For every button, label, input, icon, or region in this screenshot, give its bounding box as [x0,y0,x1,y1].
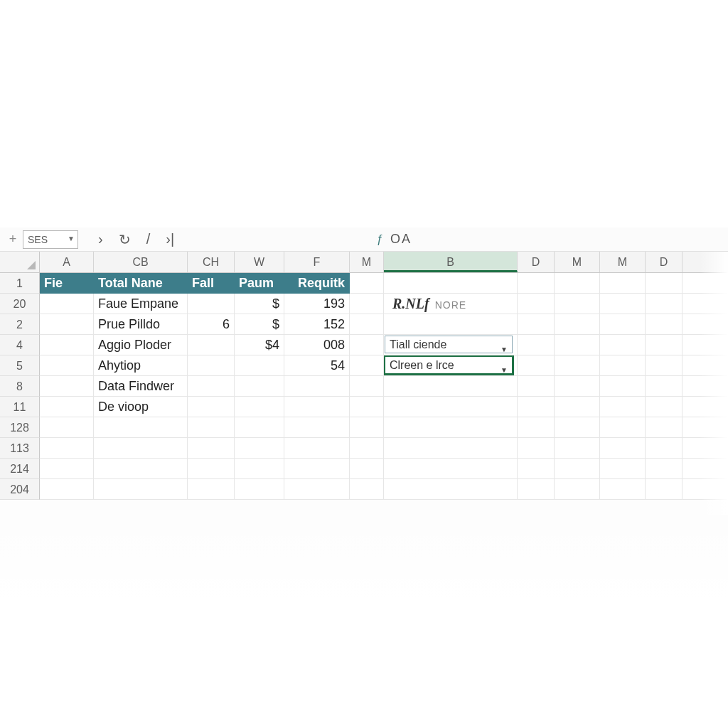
cell[interactable] [600,376,646,397]
cell[interactable] [555,355,600,376]
cell[interactable] [384,314,518,335]
col-header-F[interactable]: F [284,252,350,272]
cell[interactable] [350,335,384,355]
cell[interactable] [518,459,555,479]
cell[interactable] [235,355,284,376]
cell[interactable]: 193 [284,294,350,314]
cell[interactable] [518,376,555,397]
cell[interactable] [518,355,555,376]
cell[interactable] [384,376,518,397]
cell[interactable] [600,417,646,438]
cell[interactable] [682,355,728,376]
select-all-triangle[interactable] [0,252,40,273]
chevron-down-icon[interactable]: ▼ [500,341,508,355]
cell[interactable] [646,376,682,397]
cell[interactable] [40,438,94,459]
row-header[interactable]: 5 [0,355,40,376]
cell[interactable] [350,459,384,479]
cell[interactable] [682,417,728,438]
cell[interactable] [350,355,384,376]
row-header[interactable]: 128 [0,417,40,438]
cell[interactable] [40,355,94,376]
cell[interactable] [646,438,682,459]
row-header[interactable]: 11 [0,397,40,417]
row-header[interactable]: 8 [0,376,40,397]
col-header-B[interactable]: B [384,252,518,272]
col-header-D2[interactable]: D [646,252,682,272]
cell[interactable] [350,397,384,417]
cell[interactable] [384,459,518,479]
cell[interactable] [350,314,384,335]
col-header-CB[interactable]: CB [94,252,188,272]
cell[interactable]: Data Findwer [94,376,188,397]
cell[interactable]: Ahytiop [94,355,188,376]
cell[interactable] [284,376,350,397]
row-header[interactable]: 113 [0,438,40,459]
col-header-M3[interactable]: M [600,252,646,272]
cell[interactable] [646,397,682,417]
row-header[interactable]: 2 [0,314,40,335]
cell[interactable] [682,397,728,417]
cell[interactable] [235,397,284,417]
col-header-extra[interactable] [682,252,728,272]
cell[interactable]: $ [235,294,284,314]
row-header[interactable]: 1 [0,273,40,294]
row-header[interactable]: 214 [0,459,40,479]
cell[interactable] [40,335,94,355]
cell[interactable] [646,479,682,500]
cell[interactable] [188,438,235,459]
cell[interactable] [518,335,555,355]
cell[interactable] [94,417,188,438]
cell[interactable] [682,314,728,335]
cell[interactable] [350,417,384,438]
cell[interactable] [188,459,235,479]
cell[interactable]: Total Nane [94,273,188,294]
cell[interactable] [40,479,94,500]
cell[interactable] [94,438,188,459]
cell[interactable] [555,314,600,335]
cell[interactable] [646,335,682,355]
cell[interactable] [94,459,188,479]
cell[interactable] [235,417,284,438]
row-header[interactable]: 4 [0,335,40,355]
cell[interactable] [646,355,682,376]
cell[interactable]: Requitk [284,273,350,294]
dropdown-1[interactable]: Tiall ciende ▼ [385,336,513,353]
add-sheet-icon[interactable]: + [3,232,23,247]
cell[interactable] [555,459,600,479]
panel-title-cell[interactable]: R.NLf NORE [384,294,518,314]
cell[interactable]: $4 [235,335,284,355]
cell[interactable] [188,479,235,500]
name-box[interactable]: SES ▼ [23,230,78,249]
cell[interactable] [682,438,728,459]
cell[interactable] [646,417,682,438]
cell[interactable] [350,273,384,294]
cell[interactable] [555,438,600,459]
cell[interactable] [555,294,600,314]
chevron-down-icon[interactable]: ▼ [500,361,508,376]
cell[interactable] [188,417,235,438]
cell[interactable] [384,438,518,459]
cell[interactable] [350,376,384,397]
cell[interactable] [188,335,235,355]
cell[interactable] [600,459,646,479]
cell[interactable]: Fall [188,273,235,294]
cell[interactable] [646,314,682,335]
cell[interactable] [682,294,728,314]
cell[interactable]: 008 [284,335,350,355]
cell[interactable] [555,479,600,500]
cell[interactable] [600,397,646,417]
cell[interactable] [518,294,555,314]
col-header-W[interactable]: W [235,252,284,272]
col-header-M2[interactable]: M [555,252,600,272]
cell[interactable] [188,294,235,314]
cell[interactable] [600,294,646,314]
col-header-A[interactable]: A [40,252,94,272]
formula-bar-text[interactable]: OA [390,232,412,247]
col-header-D[interactable]: D [518,252,555,272]
row-header[interactable]: 20 [0,294,40,314]
cell[interactable]: Fie [40,273,94,294]
cell[interactable] [94,479,188,500]
cell[interactable] [682,273,728,294]
cell[interactable] [682,479,728,500]
